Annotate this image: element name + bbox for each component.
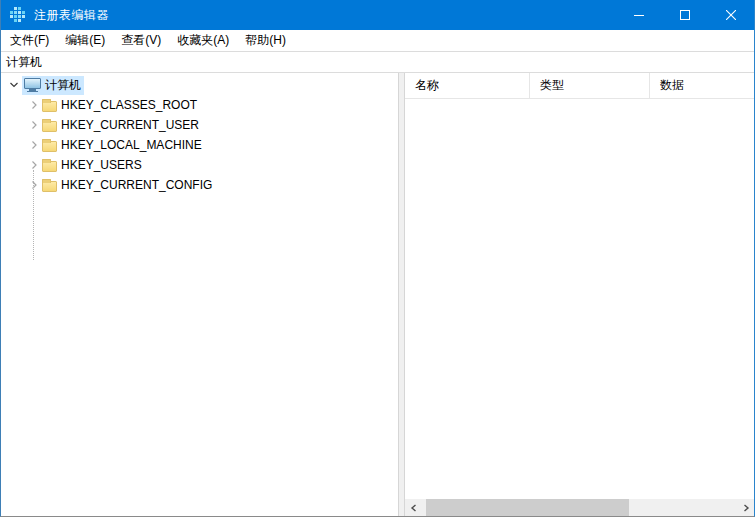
- selection-highlight: 计算机: [22, 76, 84, 95]
- scroll-left-icon: [410, 504, 418, 512]
- column-header-label: 数据: [660, 77, 684, 94]
- minimize-icon: [634, 10, 644, 20]
- tree-item-computer[interactable]: 计算机: [1, 75, 398, 95]
- scroll-right-button[interactable]: [737, 499, 754, 516]
- column-header-name[interactable]: 名称: [405, 73, 530, 98]
- scrollbar-track[interactable]: [422, 499, 737, 516]
- scrollbar-thumb[interactable]: [426, 499, 629, 516]
- tree-item-label: HKEY_CURRENT_CONFIG: [61, 178, 212, 192]
- list-pane: 名称 类型 数据: [405, 73, 754, 516]
- folder-icon: [42, 181, 57, 192]
- menu-item-edit[interactable]: 编辑(E): [57, 30, 113, 51]
- chevron-right-icon[interactable]: [28, 99, 40, 111]
- menu-item-view[interactable]: 查看(V): [113, 30, 169, 51]
- window-title: 注册表编辑器: [34, 7, 109, 24]
- tree-item-label: HKEY_USERS: [61, 158, 142, 172]
- pane-splitter[interactable]: [398, 73, 405, 516]
- tree-item-label: HKEY_LOCAL_MACHINE: [61, 138, 202, 152]
- folder-icon: [42, 101, 57, 112]
- column-header-type[interactable]: 类型: [530, 73, 650, 98]
- tree-item-hkey-local-machine[interactable]: HKEY_LOCAL_MACHINE: [1, 135, 398, 155]
- close-icon: [726, 10, 736, 20]
- tree-pane: 计算机 HKEY_CLASSES_ROOT HKEY_CURRENT_USER: [1, 73, 398, 516]
- maximize-button[interactable]: [662, 0, 708, 30]
- main-area: 计算机 HKEY_CLASSES_ROOT HKEY_CURRENT_USER: [1, 73, 754, 516]
- chevron-right-icon[interactable]: [28, 159, 40, 171]
- scroll-right-icon: [742, 504, 750, 512]
- registry-icon: [10, 7, 26, 23]
- folder-icon: [42, 141, 57, 152]
- horizontal-scrollbar: [405, 499, 754, 516]
- column-header-data[interactable]: 数据: [650, 73, 754, 98]
- tree-item-hkey-classes-root[interactable]: HKEY_CLASSES_ROOT: [1, 95, 398, 115]
- menu-item-help[interactable]: 帮助(H): [237, 30, 294, 51]
- folder-icon: [42, 121, 57, 132]
- address-text: 计算机: [6, 54, 42, 71]
- minimize-button[interactable]: [616, 0, 662, 30]
- list-header: 名称 类型 数据: [405, 73, 754, 99]
- caption-buttons: [616, 0, 754, 30]
- address-bar[interactable]: 计算机: [1, 52, 754, 73]
- tree-item-hkey-current-user[interactable]: HKEY_CURRENT_USER: [1, 115, 398, 135]
- tree-item-hkey-current-config[interactable]: HKEY_CURRENT_CONFIG: [1, 175, 398, 195]
- titlebar: 注册表编辑器: [1, 0, 754, 30]
- tree-item-label: 计算机: [45, 77, 81, 94]
- column-header-label: 名称: [415, 77, 439, 94]
- folder-icon: [42, 161, 57, 172]
- menubar: 文件(F) 编辑(E) 查看(V) 收藏夹(A) 帮助(H): [1, 30, 754, 52]
- scroll-left-button[interactable]: [405, 499, 422, 516]
- close-button[interactable]: [708, 0, 754, 30]
- chevron-right-icon[interactable]: [28, 139, 40, 151]
- column-header-label: 类型: [540, 77, 564, 94]
- tree-item-label: HKEY_CURRENT_USER: [61, 118, 199, 132]
- chevron-down-icon[interactable]: [8, 79, 20, 91]
- registry-editor-window: 注册表编辑器 文件(F) 编辑(E) 查看(V) 收藏夹(A) 帮助(H) 计算…: [0, 0, 755, 517]
- computer-icon: [24, 78, 41, 93]
- chevron-right-icon[interactable]: [28, 179, 40, 191]
- list-body: [405, 99, 754, 516]
- tree-guide-line: [33, 170, 34, 260]
- maximize-icon: [680, 10, 690, 20]
- menu-item-favorites[interactable]: 收藏夹(A): [169, 30, 237, 51]
- tree-item-label: HKEY_CLASSES_ROOT: [61, 98, 197, 112]
- tree-item-hkey-users[interactable]: HKEY_USERS: [1, 155, 398, 175]
- chevron-right-icon[interactable]: [28, 119, 40, 131]
- menu-item-file[interactable]: 文件(F): [2, 30, 57, 51]
